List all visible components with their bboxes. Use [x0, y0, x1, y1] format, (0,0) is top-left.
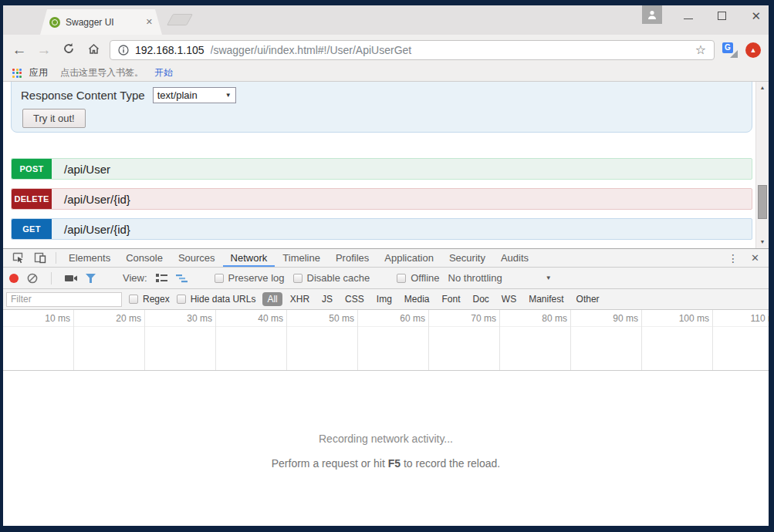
network-toolbar: View: Preserve log Disable cache Offline…	[3, 268, 769, 289]
ruler-tick-label: 40 ms	[216, 310, 286, 327]
devtools-panel: Elements Console Sources Network Timelin…	[3, 248, 769, 526]
view-waterfall-icon[interactable]	[176, 274, 188, 283]
ruler-tick-label: 10 ms	[3, 310, 73, 327]
devtools-tab[interactable]: Security	[441, 249, 493, 267]
filter-funnel-icon[interactable]	[86, 274, 96, 283]
scrollbar-thumb[interactable]	[758, 185, 767, 219]
translate-letter: G	[722, 42, 733, 53]
bookmarks-bar: 应用 点击这里导入书签。 开始	[3, 65, 769, 82]
resource-type-filter[interactable]: All	[262, 292, 282, 306]
person-icon	[647, 9, 657, 20]
resource-type-filter[interactable]: Other	[572, 292, 604, 306]
inspect-element-icon[interactable]	[8, 249, 29, 267]
resource-type-filter[interactable]: Doc	[468, 292, 494, 306]
devtools-tab[interactable]: Profiles	[328, 249, 377, 267]
devtools-tab[interactable]: Elements	[61, 249, 118, 267]
browser-tab[interactable]: Swagger UI ✕	[40, 9, 162, 35]
disable-cache-label: Disable cache	[307, 272, 370, 284]
start-bookmark-link[interactable]: 开始	[154, 66, 173, 79]
up-arrow-icon: ▲	[750, 46, 757, 54]
ruler-tick-label: 100 ms	[642, 310, 712, 327]
endpoint-row[interactable]: DELETE /api/User/{id}	[11, 188, 752, 210]
devtools-menu-icon[interactable]: ⋮	[728, 252, 739, 264]
resource-type-filter[interactable]: Font	[438, 292, 465, 306]
resource-type-filters: All XHR JS CSS Img Media Font Doc	[262, 292, 603, 306]
devtools-tab[interactable]: Console	[118, 249, 171, 267]
devtools-tab[interactable]: Audits	[493, 249, 536, 267]
devtools-tab[interactable]: Timeline	[275, 249, 328, 267]
forward-icon[interactable]: →	[35, 42, 52, 57]
close-window-icon[interactable]: ✕	[751, 10, 761, 22]
minimize-button-icon[interactable]	[684, 19, 693, 20]
endpoint-path: /api/User/{id}	[64, 193, 130, 206]
ruler-column: 100 ms	[642, 310, 713, 370]
endpoint-row[interactable]: GET /api/User/{id}	[11, 218, 752, 240]
ruler-tick-label: 80 ms	[500, 310, 570, 327]
throttling-dropdown[interactable]: No throttling ▼	[448, 272, 552, 284]
resource-type-filter[interactable]: Img	[372, 292, 397, 306]
devtools-tab[interactable]: Sources	[171, 249, 223, 267]
view-list-icon[interactable]	[156, 274, 167, 283]
devtools-tab[interactable]: Application	[377, 249, 441, 267]
preserve-log-checkbox[interactable]	[215, 274, 224, 283]
record-button-icon[interactable]	[9, 274, 19, 283]
bookmark-star-icon[interactable]: ☆	[695, 42, 706, 57]
page-info-icon[interactable]	[118, 45, 129, 56]
red-extension-icon[interactable]: ▲	[745, 42, 761, 58]
ruler-tick-label: 20 ms	[74, 310, 144, 327]
address-bar[interactable]: 192.168.1.105/swagger/ui/index.html#!/Us…	[110, 40, 715, 60]
view-label: View:	[123, 272, 147, 284]
ruler-column: 50 ms	[287, 310, 358, 370]
remote-desktop-frame: Swagger UI ✕ ✕ ← →	[0, 0, 774, 532]
new-tab-button[interactable]	[167, 14, 193, 25]
regex-checkbox[interactable]	[129, 295, 138, 304]
ruler-column: 80 ms	[500, 310, 571, 370]
back-icon[interactable]: ←	[11, 42, 28, 57]
resource-type-filter[interactable]: XHR	[286, 292, 314, 306]
endpoint-path: /api/User	[64, 163, 110, 176]
reload-icon[interactable]	[60, 42, 77, 57]
clear-icon[interactable]	[27, 273, 38, 284]
dropdown-arrow-icon: ▼	[546, 274, 552, 281]
resource-type-filter[interactable]: Media	[400, 292, 434, 306]
apps-grid-icon[interactable]	[12, 69, 22, 78]
devtools-close-icon[interactable]: ✕	[751, 252, 759, 264]
devtools-tabs: Elements Console Sources Network Timelin…	[61, 249, 536, 267]
maximize-button-icon[interactable]	[718, 12, 726, 20]
apps-label[interactable]: 应用	[29, 66, 48, 79]
resource-type-filter[interactable]: JS	[317, 292, 337, 306]
hide-data-urls-checkbox[interactable]	[177, 295, 186, 304]
ruler-tick-label: 50 ms	[287, 310, 357, 327]
resource-type-filter[interactable]: CSS	[340, 292, 369, 306]
endpoint-row[interactable]: POST /api/User	[11, 158, 752, 180]
profile-avatar-icon[interactable]	[642, 5, 662, 24]
capture-screenshots-icon[interactable]	[65, 274, 77, 283]
ruler-tick-label: 70 ms	[429, 310, 499, 327]
home-icon[interactable]	[85, 42, 102, 58]
reload-hint-message: Perform a request or hit F5 to record th…	[3, 457, 769, 470]
offline-checkbox[interactable]	[397, 274, 406, 283]
network-filterbar: Regex Hide data URLs All XHR JS CSS Img	[3, 289, 769, 310]
tab-close-icon[interactable]: ✕	[146, 17, 153, 27]
http-method-badge: GET	[12, 219, 52, 239]
disable-cache-checkbox[interactable]	[293, 274, 303, 283]
page-scrollbar[interactable]: ▲ ▼	[755, 82, 769, 248]
translate-extension-icon[interactable]: G	[722, 42, 738, 58]
device-toolbar-icon[interactable]	[29, 249, 51, 267]
http-method-badge: POST	[12, 159, 52, 179]
url-path: /swagger/ui/index.html#!/User/ApiUserGet	[211, 44, 689, 56]
ruler-tick-label: 30 ms	[145, 310, 215, 327]
ruler-column: 20 ms	[74, 310, 145, 370]
resource-type-filter[interactable]: WS	[497, 292, 521, 306]
regex-label: Regex	[143, 294, 170, 305]
separator	[51, 272, 52, 285]
scroll-up-icon[interactable]: ▲	[756, 82, 769, 94]
ruler-column: 90 ms	[571, 310, 642, 370]
throttling-value: No throttling	[448, 272, 502, 284]
devtools-tab[interactable]: Network	[223, 249, 275, 267]
ruler-column: 30 ms	[145, 310, 216, 370]
filter-input[interactable]	[6, 292, 122, 307]
swagger-page: Response Content Type text/plain ▼ Try i…	[3, 82, 769, 248]
resource-type-filter[interactable]: Manifest	[524, 292, 568, 306]
scroll-down-icon[interactable]: ▼	[756, 236, 769, 248]
